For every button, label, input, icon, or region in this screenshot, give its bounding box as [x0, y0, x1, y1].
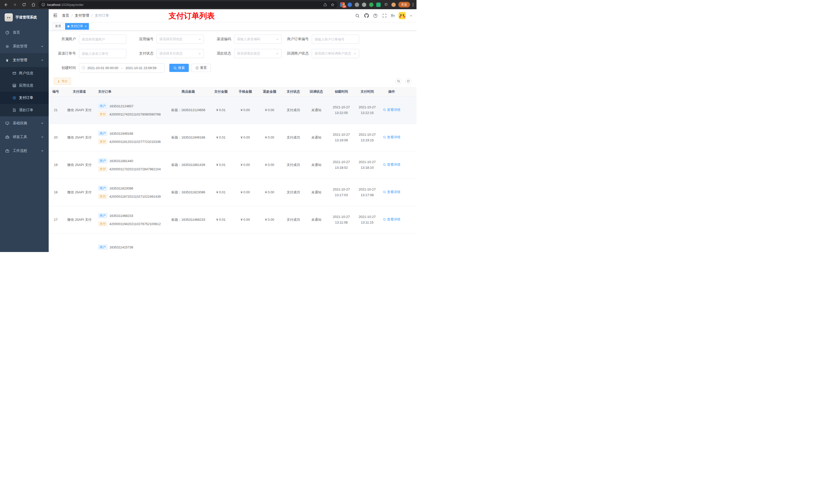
pay-tag: 支付 — [98, 221, 107, 226]
refund-status-select[interactable]: 请选择退款状态 — [234, 49, 282, 58]
merchant-input[interactable] — [79, 34, 126, 44]
filter-label: 退款状态 — [204, 51, 234, 56]
sidebar-item-merchant-info[interactable]: 商户信息 — [0, 67, 49, 79]
filter-label: 商户订单编号 — [282, 37, 312, 42]
share-icon[interactable] — [323, 3, 327, 7]
bookmark-star-icon[interactable] — [331, 3, 335, 7]
extension-icon-blue[interactable] — [348, 3, 352, 7]
sidebar-item-dev-tools[interactable]: 研发工具 — [0, 130, 49, 144]
create-time-range-picker[interactable]: 2021-10-01 00:00:00 - 2021-10-31 23:59:5… — [79, 63, 165, 72]
browser-forward-button[interactable] — [12, 2, 18, 7]
merchant-input-field[interactable] — [82, 38, 123, 41]
view-detail-link[interactable]: 查看详情 — [383, 162, 400, 167]
help-icon[interactable] — [373, 13, 378, 18]
cell-fee: ¥ 0.00 — [233, 107, 257, 113]
pay-order-no: 4200001167202110271022491439 — [110, 195, 161, 198]
cell-fee: ¥ 0.00 — [233, 135, 257, 140]
breadcrumb-payment[interactable]: 支付管理 — [75, 13, 89, 18]
refresh-table-button[interactable] — [405, 78, 411, 84]
table-header: 编号 支付渠道 支付订单 商品标题 支付金额 手续金额 退款金额 支付状态 回调… — [49, 87, 416, 97]
extension-icon-sage[interactable] — [362, 3, 366, 7]
cell-create-time: 2021-10-2713:17:03 — [328, 187, 355, 198]
address-bar[interactable]: localhost:1024/pay/order — [39, 1, 338, 8]
chevron-down-icon — [198, 38, 201, 41]
browser-reload-button[interactable] — [22, 2, 27, 7]
sidebar-item-home[interactable]: 首页 — [0, 26, 49, 40]
sidebar-item-infrastructure[interactable]: 基础设施 — [0, 116, 49, 130]
fullscreen-icon[interactable] — [382, 13, 387, 18]
merchant-tag: 商户 — [98, 213, 107, 218]
app-id-select[interactable]: 请选择应用信息 — [157, 34, 204, 44]
sidebar-item-payment[interactable]: ¥ 支付管理 — [0, 53, 49, 67]
cell-notify: 未通知 — [305, 162, 328, 168]
tag-pay-order[interactable]: 支付订单 × — [65, 23, 89, 30]
sidebar-item-system[interactable]: 系统管理 — [0, 40, 49, 53]
cell-amount: ¥ 0.01 — [209, 107, 233, 113]
cell-action: 查看详情 — [380, 189, 416, 195]
refresh-icon — [407, 80, 410, 83]
channel-order-no-input[interactable] — [79, 49, 126, 58]
active-tag-dot — [67, 25, 69, 27]
refresh-icon — [195, 66, 199, 70]
view-detail-link[interactable]: 查看详情 — [383, 217, 400, 222]
merchant-order-no-field[interactable] — [314, 38, 356, 41]
sidebar-item-label: 研发工具 — [13, 135, 27, 139]
col-refund: 退款金额 — [257, 89, 282, 94]
channel-code-select[interactable]: 请输入渠道编码 — [234, 34, 282, 44]
table-body: 21 微信 JSAPI 支付 商户 1635312124657 支付 42000… — [49, 97, 416, 234]
cell-refund: ¥ 0.00 — [257, 107, 282, 113]
sidebar-item-workflow[interactable]: 工作流程 — [0, 144, 49, 158]
cell-pay-time: 2021-10-2713:11:15 — [355, 214, 380, 225]
avatar-caret-icon[interactable] — [410, 14, 412, 17]
cell-action: 查看详情 — [380, 107, 416, 113]
merchant-order-no-input[interactable] — [312, 34, 359, 44]
toggle-search-button[interactable] — [396, 78, 402, 84]
view-detail-link[interactable]: 查看详情 — [383, 107, 400, 113]
tag-home[interactable]: 首页 — [53, 23, 64, 30]
profile-emoji-icon[interactable] — [391, 3, 396, 7]
notify-status-select[interactable]: 请选择订单回调商户状态 — [312, 49, 359, 58]
github-icon[interactable] — [364, 13, 369, 18]
extension-icon-green-square[interactable] — [376, 3, 381, 7]
chevron-down-icon — [276, 38, 279, 41]
search-button[interactable]: 搜索 — [169, 64, 189, 72]
hamburger-icon[interactable] — [53, 13, 58, 19]
cell-refund: ¥ 0.00 — [257, 135, 282, 140]
view-detail-link[interactable]: 查看详情 — [383, 189, 400, 195]
col-amount: 支付金额 — [209, 89, 233, 94]
browser-back-button[interactable] — [3, 2, 8, 7]
cell-title: 标题：1635311949168 — [168, 135, 209, 140]
pay-status-select[interactable]: 请选择支付状态 — [157, 49, 204, 58]
toolbox-icon — [5, 135, 9, 139]
site-info-icon[interactable] — [42, 3, 45, 6]
channel-order-no-field[interactable] — [82, 52, 123, 55]
font-size-icon[interactable]: TT — [391, 14, 395, 18]
sidebar-item-refund-order[interactable]: 退款订单 — [0, 104, 49, 116]
sidebar-logo[interactable]: 芋道管理系统 — [0, 9, 49, 26]
extensions-puzzle-icon[interactable] — [383, 2, 388, 7]
breadcrumb-home[interactable]: 首页 — [62, 13, 69, 18]
browser-home-button[interactable] — [31, 2, 36, 7]
search-icon[interactable] — [355, 13, 360, 18]
date-end[interactable]: 2021-10-31 23:59:59 — [125, 66, 157, 70]
merchant-tag: 商户 — [98, 245, 107, 250]
extension-icon-gray[interactable] — [355, 3, 359, 7]
tag-close-icon[interactable]: × — [85, 25, 87, 28]
sidebar-item-pay-order[interactable]: 支付订单 — [0, 92, 49, 104]
chevron-up-icon — [41, 59, 44, 62]
dashboard-icon — [5, 30, 9, 34]
merchant-tag: 商户 — [98, 158, 107, 163]
browser-update-button[interactable]: 更新 — [398, 2, 410, 7]
export-button[interactable]: 导出 — [54, 78, 71, 85]
breadcrumb-separator: / — [91, 14, 93, 18]
sidebar-item-app-info[interactable]: 应用信息 — [0, 79, 49, 92]
cell-amount: ¥ 0.01 — [209, 190, 233, 195]
extension-icon-green-circle[interactable] — [369, 3, 374, 7]
date-start[interactable]: 2021-10-01 00:00:00 — [87, 66, 118, 70]
user-avatar[interactable] — [399, 12, 406, 19]
view-detail-link[interactable]: 查看详情 — [383, 135, 400, 140]
table-toolbar: 导出 — [49, 78, 416, 85]
extension-icon-badged[interactable]: 10 — [340, 2, 345, 7]
reset-button[interactable]: 重置 — [191, 64, 211, 72]
browser-menu-button[interactable] — [413, 3, 413, 6]
